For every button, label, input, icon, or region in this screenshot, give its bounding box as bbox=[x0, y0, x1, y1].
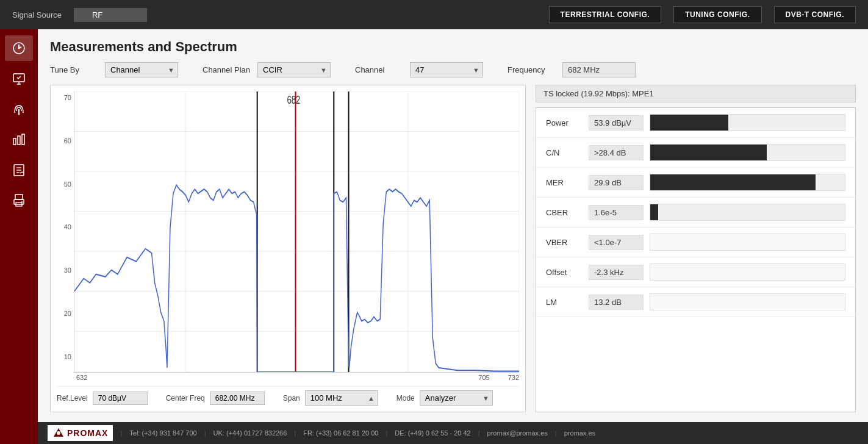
content-area: Measurements and Spectrum Tune By Channe… bbox=[38, 29, 868, 444]
spectrum-panel: 70 60 50 40 30 20 10 bbox=[50, 85, 526, 412]
meas-bar-power bbox=[650, 115, 728, 131]
tune-by-select-wrapper[interactable]: Channel ▼ bbox=[105, 62, 178, 77]
meas-label-offset: Offset bbox=[546, 268, 583, 277]
meas-row-mer: MER 29.9 dB bbox=[536, 168, 855, 198]
frequency-group: Frequency 682 MHz bbox=[508, 62, 636, 77]
center-freq-value: 682.00 MHz bbox=[210, 392, 265, 405]
chart-area: 682 bbox=[74, 91, 519, 373]
span-select[interactable]: 100 MHz bbox=[305, 390, 378, 406]
panels-row: 70 60 50 40 30 20 10 bbox=[50, 85, 856, 412]
channel-select-wrapper[interactable]: 47 ▼ bbox=[410, 62, 483, 77]
tune-by-group: Tune By Channel ▼ bbox=[50, 62, 178, 77]
svg-rect-13 bbox=[15, 195, 23, 199]
x-label-632: 632 bbox=[76, 374, 87, 381]
meas-bar-container-vber bbox=[650, 234, 845, 251]
measurements-list: Power 53.9 dBµV C/N >28.4 dB MER 29.9 dB… bbox=[536, 108, 855, 412]
meas-bar-container-mer bbox=[650, 174, 845, 191]
spectrum-svg: 682 bbox=[74, 91, 519, 372]
svg-point-16 bbox=[21, 201, 23, 202]
meas-row-offset: Offset -2.3 kHz bbox=[536, 257, 855, 287]
sidebar-item-measurements[interactable] bbox=[5, 127, 33, 152]
footer: PROMAX | Tel: (+34) 931 847 700 | UK: (+… bbox=[38, 422, 868, 444]
meas-bar-cn bbox=[650, 145, 767, 160]
y-label-50: 50 bbox=[57, 181, 71, 188]
tuning-config-button[interactable]: TUNING CONFIG. bbox=[673, 6, 761, 23]
footer-website: promax.es bbox=[564, 429, 595, 437]
dvbt-config-button[interactable]: DVB-T CONFIG. bbox=[774, 6, 856, 23]
meas-value-vber: <1.0e-7 bbox=[589, 235, 644, 250]
meas-row-cn: C/N >28.4 dB bbox=[536, 138, 855, 168]
sidebar-item-screen-settings[interactable] bbox=[5, 66, 33, 91]
span-label: Span bbox=[283, 394, 300, 403]
svg-text:682: 682 bbox=[287, 93, 300, 105]
svg-point-1 bbox=[18, 48, 20, 49]
svg-point-5 bbox=[18, 113, 20, 115]
y-label-60: 60 bbox=[57, 137, 71, 145]
tune-by-select[interactable]: Channel bbox=[105, 62, 178, 77]
meas-bar-container-cber bbox=[650, 204, 845, 221]
meas-bar-container-lm bbox=[650, 293, 845, 310]
y-label-20: 20 bbox=[57, 310, 71, 317]
channel-plan-label: Channel Plan bbox=[203, 65, 251, 74]
sidebar bbox=[0, 29, 38, 444]
y-label-40: 40 bbox=[57, 223, 71, 231]
right-panel: TS locked (19.92 Mbps): MPE1 Power 53.9 … bbox=[536, 85, 856, 412]
meas-bar-container-power bbox=[650, 114, 845, 131]
span-ctrl: Span 100 MHz ▲ bbox=[283, 390, 378, 406]
signal-icon bbox=[12, 102, 26, 116]
meas-value-mer: 29.9 dB bbox=[589, 175, 644, 190]
terrestrial-config-button[interactable]: TERRESTRIAL CONFIG. bbox=[549, 6, 662, 23]
ts-status-bar: TS locked (19.92 Mbps): MPE1 bbox=[536, 85, 856, 102]
channel-plan-select[interactable]: CCIR bbox=[257, 62, 331, 77]
meas-row-lm: LM 13.2 dB bbox=[536, 287, 855, 317]
y-label-70: 70 bbox=[57, 94, 71, 101]
x-label-705: 705 bbox=[478, 374, 489, 381]
top-bar: Signal Source RF TERRESTRIAL CONFIG. TUN… bbox=[0, 0, 868, 29]
x-axis: 632 705 732 bbox=[57, 374, 519, 381]
promax-logo: PROMAX bbox=[48, 425, 113, 441]
footer-email: promax@promax.es bbox=[487, 429, 548, 437]
footer-tel-fr: FR: (+33) 06 62 81 20 00 bbox=[303, 429, 378, 437]
mode-select[interactable]: Analyzer bbox=[420, 390, 493, 406]
meas-row-cber: CBER 1.6e-5 bbox=[536, 198, 855, 227]
promax-logo-text: PROMAX bbox=[67, 428, 108, 438]
y-label-30: 30 bbox=[57, 267, 71, 274]
x-label-732: 732 bbox=[508, 374, 519, 381]
mode-select-wrapper[interactable]: Analyzer ▼ bbox=[420, 390, 493, 406]
ref-level-label: Ref.Level bbox=[57, 394, 88, 403]
footer-tel-uk: UK: (+44) 01727 832266 bbox=[213, 429, 287, 437]
controls-row: Tune By Channel ▼ Channel Plan CCIR bbox=[50, 62, 856, 77]
channel-plan-group: Channel Plan CCIR ▼ bbox=[203, 62, 331, 77]
page-content: Measurements and Spectrum Tune By Channe… bbox=[38, 29, 868, 422]
sidebar-item-dashboard[interactable] bbox=[5, 35, 33, 61]
frequency-value: 682 MHz bbox=[562, 62, 636, 77]
meas-label-mer: MER bbox=[546, 178, 583, 187]
meas-row-vber: VBER <1.0e-7 bbox=[536, 227, 855, 257]
dashboard-icon bbox=[12, 41, 26, 56]
footer-tel-es: Tel: (+34) 931 847 700 bbox=[129, 429, 196, 437]
span-select-wrapper[interactable]: 100 MHz ▲ bbox=[305, 390, 378, 406]
spectrum-bottom: Ref.Level 70 dBµV Center Freq 682.00 MHz… bbox=[57, 386, 519, 406]
meas-label-cber: CBER bbox=[546, 208, 583, 217]
chart-wrapper: 70 60 50 40 30 20 10 bbox=[57, 91, 519, 373]
promax-logo-icon bbox=[52, 427, 65, 439]
y-label-10: 10 bbox=[57, 353, 71, 360]
meas-label-cn: C/N bbox=[546, 148, 583, 157]
sidebar-item-print[interactable] bbox=[5, 188, 33, 213]
svg-rect-7 bbox=[18, 136, 20, 145]
meas-bar-container-offset bbox=[650, 263, 845, 281]
sidebar-item-datalogger[interactable] bbox=[5, 157, 33, 183]
mode-label: Mode bbox=[396, 394, 415, 403]
sidebar-item-signal[interactable] bbox=[5, 96, 33, 122]
meas-bar-container-cn bbox=[650, 144, 845, 161]
mode-ctrl: Mode Analyzer ▼ bbox=[396, 390, 493, 406]
channel-plan-select-wrapper[interactable]: CCIR ▼ bbox=[257, 62, 331, 77]
main-layout: Measurements and Spectrum Tune By Channe… bbox=[0, 29, 868, 444]
frequency-label: Frequency bbox=[508, 65, 556, 74]
meas-value-cn: >28.4 dB bbox=[589, 145, 644, 160]
signal-source-label: Signal Source bbox=[12, 10, 62, 20]
channel-select[interactable]: 47 bbox=[410, 62, 483, 77]
meas-row-power: Power 53.9 dBµV bbox=[536, 108, 855, 138]
meas-bar-cber bbox=[650, 204, 658, 220]
channel-group: Channel 47 ▼ bbox=[355, 62, 483, 77]
